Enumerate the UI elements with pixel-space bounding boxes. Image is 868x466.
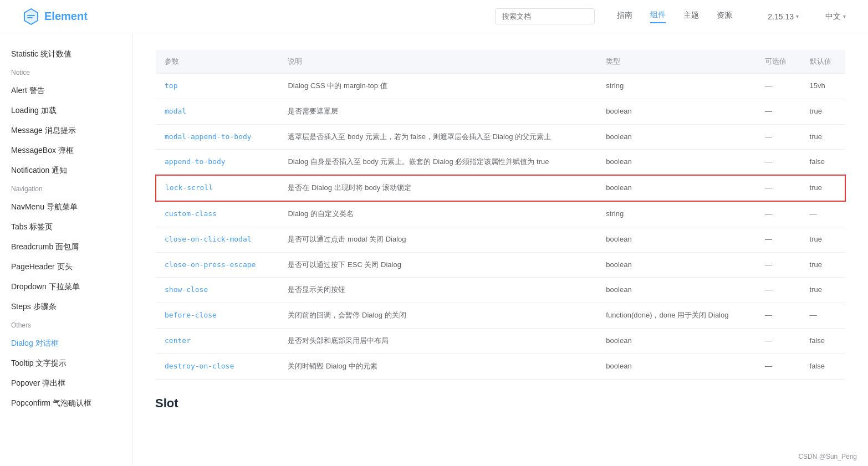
sidebar: Statistic 统计数值 Notice Alert 警告 Loading 加… [0,33,133,466]
version-selector[interactable]: 2.15.13 ▾ [768,12,799,21]
cell-param-name: destroy-on-close [156,354,279,379]
attr-name-text: lock-scroll [165,183,213,192]
table-row: append-to-bodyDialog 自身是否插入至 body 元素上。嵌套… [156,150,845,175]
table-row: before-close关闭前的回调，会暂停 Dialog 的关闭functio… [156,303,845,329]
table-row: modal-append-to-body遮罩层是否插入至 body 元素上，若为… [156,124,845,150]
main-content: 参数 说明 类型 可选值 默认值 topDialog CSS 中的 margin… [133,33,868,466]
cell-default: true [801,175,845,201]
cell-options: — [756,74,800,99]
table-row: topDialog CSS 中的 margin-top 值string—15vh [156,74,845,99]
layout: Statistic 统计数值 Notice Alert 警告 Loading 加… [0,33,868,466]
cell-desc: 是否需要遮罩层 [279,99,597,124]
cell-desc: Dialog CSS 中的 margin-top 值 [279,74,597,99]
sidebar-item-breadcrumb[interactable]: Breadcrumb 面包屑 [0,237,132,257]
nav-item-components[interactable]: 组件 [650,10,666,23]
sidebar-item-tabs[interactable]: Tabs 标签页 [0,217,132,237]
cell-default: true [801,278,845,303]
slot-section-title: Slot [155,396,846,411]
cell-desc: 是否在 Dialog 出现时将 body 滚动锁定 [279,175,597,201]
cell-options: — [756,303,800,329]
sidebar-item-pageheader[interactable]: PageHeader 页头 [0,257,132,277]
cell-param-name: center [156,328,279,354]
nav-item-resources[interactable]: 资源 [717,11,732,23]
cell-type: boolean [597,175,756,201]
cell-type: string [597,201,756,227]
cell-options: — [756,227,800,252]
cell-param-name: before-close [156,303,279,329]
cell-desc: Dialog 自身是否插入至 body 元素上。嵌套的 Dialog 必须指定该… [279,150,597,175]
cell-options: — [756,278,800,303]
cell-default: false [801,328,845,354]
cell-param-name: top [156,74,279,99]
cell-default: true [801,99,845,124]
cell-default: false [801,354,845,379]
element-logo-icon [22,8,40,25]
table-row: show-close是否显示关闭按钮boolean—true [156,278,845,303]
cell-desc: 是否可以通过按下 ESC 关闭 Dialog [279,252,597,278]
cell-param-name: modal-append-to-body [156,124,279,150]
nav-item-theme[interactable]: 主题 [683,11,699,23]
col-header-param: 参数 [156,50,279,74]
cell-desc: 遮罩层是否插入至 body 元素上，若为 false，则遮罩层会插入至 Dial… [279,124,597,150]
sidebar-item-notification[interactable]: Notification 通知 [0,161,132,181]
sidebar-section-others: Others [0,317,132,334]
table-row: destroy-on-close关闭时销毁 Dialog 中的元素boolean… [156,354,845,379]
search-input[interactable] [495,8,595,24]
footer-credit: CSDN @Sun_Peng [798,453,857,460]
cell-type: function(done)，done 用于关闭 Dialog [597,303,756,329]
sidebar-item-popover[interactable]: Popover 弹出框 [0,373,132,393]
col-header-type: 类型 [597,50,756,74]
cell-param-name: lock-scroll [156,175,279,201]
cell-default: true [801,124,845,150]
logo-text: Element [44,10,88,23]
cell-param-name: show-close [156,278,279,303]
cell-type: boolean [597,354,756,379]
nav-item-guide[interactable]: 指南 [617,11,632,23]
col-header-options: 可选值 [756,50,800,74]
sidebar-item-dialog[interactable]: Dialog 对话框 [0,334,132,354]
sidebar-item-messagebox[interactable]: MessageBox 弹框 [0,141,132,161]
attr-name-text: destroy-on-close [165,362,234,370]
attr-name-text: top [165,81,177,90]
cell-default: — [801,201,845,227]
table-row: modal是否需要遮罩层boolean—true [156,99,845,124]
col-header-default: 默认值 [801,50,845,74]
cell-default: true [801,252,845,278]
logo[interactable]: Element [22,8,88,25]
table-row: close-on-press-escape是否可以通过按下 ESC 关闭 Dia… [156,252,845,278]
lang-chevron-icon: ▾ [843,13,846,19]
sidebar-item-loading[interactable]: Loading 加载 [0,101,132,121]
cell-desc: 关闭时销毁 Dialog 中的元素 [279,354,597,379]
sidebar-item-navmenu[interactable]: NavMenu 导航菜单 [0,197,132,217]
language-selector[interactable]: 中文 ▾ [825,12,846,22]
sidebar-item-popconfirm[interactable]: Popconfirm 气泡确认框 [0,393,132,413]
sidebar-item-tooltip[interactable]: Tooltip 文字提示 [0,354,132,373]
cell-desc: 是否可以通过点击 modal 关闭 Dialog [279,227,597,252]
header-nav: 指南 组件 主题 资源 2.15.13 ▾ 中文 ▾ [617,10,846,23]
sidebar-item-message[interactable]: Message 消息提示 [0,121,132,141]
attr-name-text: modal-append-to-body [165,132,252,141]
params-table-wrap: 参数 说明 类型 可选值 默认值 topDialog CSS 中的 margin… [155,50,846,380]
sidebar-item-dropdown[interactable]: Dropdown 下拉菜单 [0,277,132,297]
cell-type: boolean [597,328,756,354]
cell-desc: 是否对头部和底部采用居中布局 [279,328,597,354]
attr-name-text: close-on-click-modal [165,235,252,243]
sidebar-item-alert[interactable]: Alert 警告 [0,81,132,101]
attr-name-text: close-on-press-escape [165,260,256,269]
cell-default: 15vh [801,74,845,99]
cell-options: — [756,328,800,354]
attr-name-text: show-close [165,285,208,294]
cell-type: boolean [597,99,756,124]
cell-type: boolean [597,150,756,175]
cell-options: — [756,150,800,175]
cell-options: — [756,354,800,379]
cell-type: string [597,74,756,99]
cell-desc: 是否显示关闭按钮 [279,278,597,303]
table-row: center是否对头部和底部采用居中布局boolean—false [156,328,845,354]
sidebar-item-steps[interactable]: Steps 步骤条 [0,297,132,317]
cell-param-name: close-on-press-escape [156,252,279,278]
sidebar-item-statistic[interactable]: Statistic 统计数值 [0,44,132,64]
attr-name-text: center [165,336,191,345]
cell-type: boolean [597,227,756,252]
table-header-row: 参数 说明 类型 可选值 默认值 [156,50,845,74]
